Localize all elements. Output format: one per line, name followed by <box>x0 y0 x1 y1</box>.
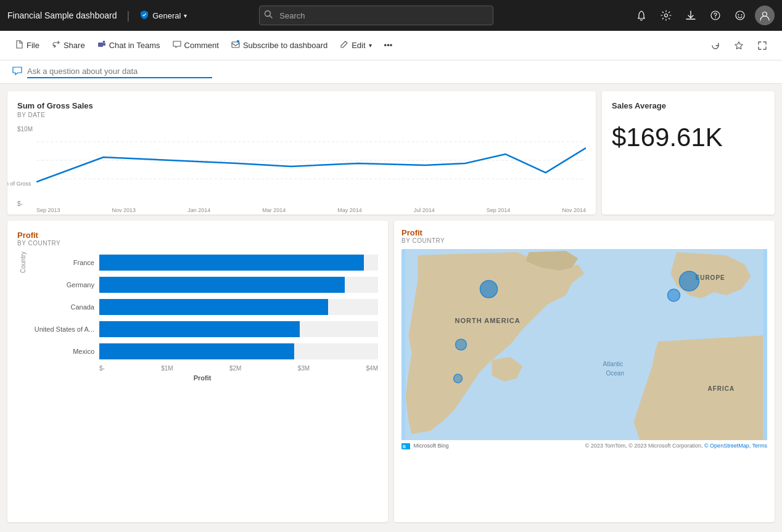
bar-x-title: Profit <box>27 374 378 382</box>
bar-row-mexico: Mexico <box>27 340 378 362</box>
dashboard-container: Sum of Gross Sales BY DATE $10M $- Sum o… <box>0 84 782 530</box>
qna-input[interactable] <box>27 65 212 78</box>
map-background: NORTH AMERICA EUROPE AFRICA Atlantic Oce… <box>401 249 767 440</box>
favorite-button[interactable] <box>729 36 749 55</box>
profit-map-subtitle: BY COUNTRY <box>401 237 767 244</box>
user-avatar[interactable] <box>755 6 775 25</box>
sales-avg-title: Sales Average <box>612 101 765 110</box>
gross-sales-card: Sum of Gross Sales BY DATE $10M $- Sum o… <box>7 91 596 215</box>
bubble-europe-secondary <box>668 289 680 301</box>
help-button[interactable] <box>706 6 725 25</box>
map-footer: B Microsoft Bing © 2023 TomTom, © 2023 M… <box>401 443 767 449</box>
bar-label-canada: Canada <box>27 303 94 311</box>
svg-rect-12 <box>232 42 239 47</box>
settings-button[interactable] <box>656 6 676 25</box>
fullscreen-button[interactable] <box>752 36 772 55</box>
openstreetmap-link[interactable]: © OpenStreetMap <box>704 443 749 449</box>
bar-label-france: France <box>27 259 94 266</box>
bubble-canada <box>480 280 498 298</box>
svg-rect-9 <box>98 43 103 47</box>
subscribe-icon <box>231 40 240 51</box>
svg-point-2 <box>664 14 667 17</box>
map-container: NORTH AMERICA EUROPE AFRICA Atlantic Oce… <box>401 249 767 449</box>
x-label-1: Nov 2013 <box>112 207 136 213</box>
comment-icon <box>173 40 181 51</box>
qna-bar <box>0 60 782 84</box>
terms-link[interactable]: Terms <box>752 443 768 449</box>
refresh-button[interactable] <box>706 36 725 55</box>
x-label-3: Mar 2014 <box>262 207 286 213</box>
download-button[interactable] <box>681 6 701 25</box>
nav-divider: | <box>126 9 130 22</box>
edit-button[interactable]: Edit ▾ <box>335 37 376 54</box>
toolbar: File Share Chat in Teams Comment <box>0 31 782 60</box>
workspace-dropdown-icon[interactable]: ▾ <box>184 12 187 19</box>
bar-track-germany <box>99 277 378 293</box>
bar-row-usa: United States of A... <box>27 318 378 340</box>
map-footer-left: B Microsoft Bing <box>401 443 449 449</box>
nav-icon-group <box>632 6 775 25</box>
profit-bar-subtitle: BY COUNTRY <box>17 240 378 247</box>
teams-icon <box>97 40 106 51</box>
profit-bar-chart-card: Profit BY COUNTRY Country France Germany <box>7 221 388 522</box>
bar-fill-usa <box>99 321 300 337</box>
top-navigation: Financial Sample dashboard | General ▾ <box>0 0 782 31</box>
app-title: Financial Sample dashboard <box>7 10 117 20</box>
notification-button[interactable] <box>632 6 651 25</box>
bubble-us-west <box>456 339 467 350</box>
more-button[interactable]: ••• <box>379 38 398 53</box>
svg-line-1 <box>270 16 273 18</box>
bar-track-usa <box>99 321 378 337</box>
bubble-mexico <box>454 374 463 383</box>
ocean-label: Ocean <box>606 370 624 377</box>
chart-y-axis-label: Sum of Gross <box>7 181 31 187</box>
edit-icon <box>340 40 348 51</box>
bar-track-mexico <box>99 343 378 359</box>
qna-icon <box>12 66 22 78</box>
x-axis-labels: Sep 2013 Nov 2013 Jan 2014 Mar 2014 May … <box>36 207 586 213</box>
x-tick-4: $4M <box>366 365 378 372</box>
search-input[interactable] <box>259 6 493 25</box>
toolbar-right-actions <box>706 36 772 55</box>
y-label-bottom: $- <box>17 200 33 207</box>
workspace-badge[interactable]: General ▾ <box>139 10 187 22</box>
europe-label: EUROPE <box>696 274 725 281</box>
bar-fill-canada <box>99 299 328 315</box>
chat-teams-button[interactable]: Chat in Teams <box>93 37 165 54</box>
svg-point-5 <box>736 11 744 20</box>
profit-map-title: Profit <box>401 228 767 237</box>
svg-text:B: B <box>403 444 406 449</box>
feedback-button[interactable] <box>730 6 750 25</box>
x-tick-2: $2M <box>229 365 241 372</box>
x-label-2: Jan 2014 <box>187 207 210 213</box>
top-charts-row: Sum of Gross Sales BY DATE $10M $- Sum o… <box>7 91 775 215</box>
bar-track-france <box>99 255 378 271</box>
shield-icon <box>139 10 149 22</box>
map-footer-right: © 2023 TomTom, © 2023 Microsoft Corporat… <box>585 443 767 449</box>
comment-button[interactable]: Comment <box>168 37 224 54</box>
y-label-top: $10M <box>17 126 33 133</box>
bar-row-canada: Canada <box>27 296 378 318</box>
sales-avg-value: $169.61K <box>612 123 765 152</box>
file-button[interactable]: File <box>10 37 44 54</box>
map-svg: NORTH AMERICA EUROPE AFRICA Atlantic Oce… <box>401 249 767 440</box>
x-label-6: Sep 2014 <box>487 207 511 213</box>
file-icon <box>15 40 23 51</box>
profit-bar-title: Profit <box>17 231 378 240</box>
svg-point-13 <box>237 40 239 43</box>
x-tick-3: $3M <box>298 365 310 372</box>
bar-y-axis-label: Country <box>17 252 27 273</box>
bar-track-canada <box>99 299 378 315</box>
x-tick-0: $- <box>99 365 105 372</box>
share-button[interactable]: Share <box>47 37 90 54</box>
profit-map-card: Profit BY COUNTRY <box>394 221 775 522</box>
bing-logo-icon: B <box>401 443 410 449</box>
gross-sales-subtitle: BY DATE <box>17 112 586 118</box>
x-label-5: Jul 2014 <box>414 207 435 213</box>
subscribe-button[interactable]: Subscribe to dashboard <box>226 37 332 54</box>
svg-point-10 <box>102 41 105 43</box>
bubble-europe-main <box>680 271 699 291</box>
svg-point-7 <box>741 14 743 15</box>
bar-label-germany: Germany <box>27 281 94 289</box>
sales-average-card: Sales Average $169.61K <box>602 91 775 215</box>
